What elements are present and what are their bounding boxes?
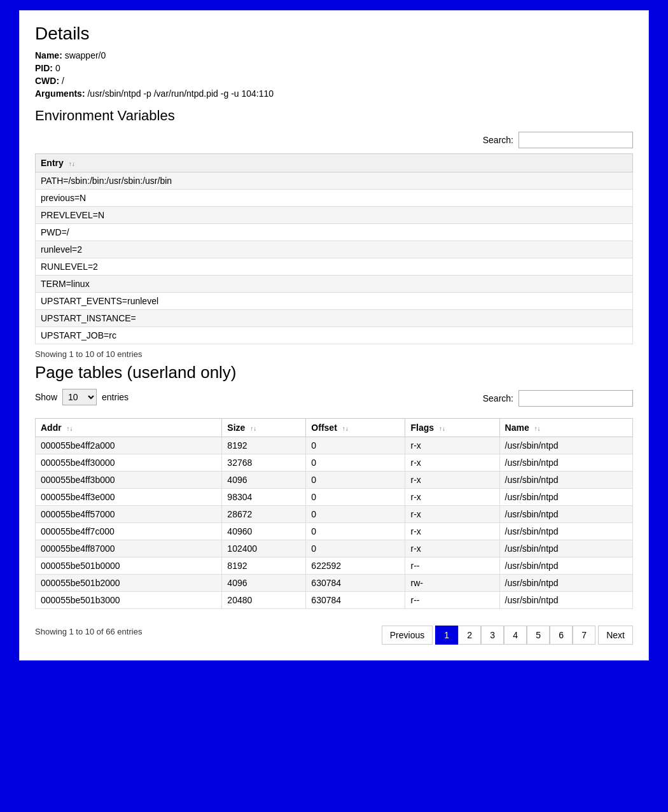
entries-label: entries xyxy=(102,392,129,402)
pt-cell-size: 8192 xyxy=(222,557,306,575)
pt-col-offset[interactable]: Offset ↑↓ xyxy=(306,419,405,437)
sort-icon-name: ↑↓ xyxy=(534,425,541,432)
pt-cell-name: /usr/sbin/ntpd xyxy=(499,489,632,506)
pt-cell-addr: 000055be4ff3e000 xyxy=(36,489,222,506)
cwd-row: CWD: / xyxy=(35,76,633,86)
pt-cell-name: /usr/sbin/ntpd xyxy=(499,523,632,540)
pt-cell-flags: r-x xyxy=(405,489,499,506)
table-row: 000055be501b00008192622592r--/usr/sbin/n… xyxy=(36,557,633,575)
pt-cell-size: 4096 xyxy=(222,472,306,489)
pt-cell-addr: 000055be4ff3b000 xyxy=(36,472,222,489)
page-button-7[interactable]: 7 xyxy=(573,626,595,645)
pt-cell-name: /usr/sbin/ntpd xyxy=(499,437,632,454)
pt-search-input[interactable] xyxy=(518,390,633,407)
env-search-bar: Search: xyxy=(35,132,633,148)
pid-label: PID: xyxy=(35,63,53,73)
pt-cell-size: 4096 xyxy=(222,575,306,592)
sort-icon-addr: ↑↓ xyxy=(67,425,73,432)
table-row: 000055be4ff57000286720r-x/usr/sbin/ntpd xyxy=(36,506,633,523)
pt-cell-offset: 0 xyxy=(306,540,405,557)
sort-icon-flags: ↑↓ xyxy=(439,425,445,432)
pt-cell-name: /usr/sbin/ntpd xyxy=(499,592,632,609)
pt-cell-addr: 000055be501b3000 xyxy=(36,592,222,609)
pt-col-addr[interactable]: Addr ↑↓ xyxy=(36,419,222,437)
pt-cell-offset: 0 xyxy=(306,506,405,523)
pt-cell-flags: r-x xyxy=(405,523,499,540)
pt-cell-offset: 0 xyxy=(306,472,405,489)
env-entry-cell: PWD=/ xyxy=(36,224,633,241)
sort-icon-size: ↑↓ xyxy=(250,425,256,432)
pt-cell-size: 98304 xyxy=(222,489,306,506)
env-entry-cell: PATH=/sbin:/bin:/usr/sbin:/usr/bin xyxy=(36,172,633,190)
pt-cell-addr: 000055be4ff2a000 xyxy=(36,437,222,454)
env-entry-cell: UPSTART_EVENTS=runlevel xyxy=(36,293,633,310)
pt-col-name[interactable]: Name ↑↓ xyxy=(499,419,632,437)
pt-showing-text: Showing 1 to 10 of 66 entries xyxy=(35,627,142,636)
arguments-label: Arguments: xyxy=(35,88,85,99)
env-entry-cell: runlevel=2 xyxy=(36,241,633,258)
name-row: Name: swapper/0 xyxy=(35,50,633,60)
sort-icon-entry: ↑↓ xyxy=(69,160,75,167)
main-container: Details Name: swapper/0 PID: 0 CWD: / Ar… xyxy=(19,10,649,661)
show-select[interactable]: 10 25 50 100 xyxy=(62,389,97,405)
pt-cell-addr: 000055be501b0000 xyxy=(36,557,222,575)
page-button-3[interactable]: 3 xyxy=(481,626,504,645)
pt-cell-addr: 000055be4ff30000 xyxy=(36,454,222,472)
pt-cell-addr: 000055be4ff87000 xyxy=(36,540,222,557)
table-row: 000055be4ff3b00040960r-x/usr/sbin/ntpd xyxy=(36,472,633,489)
name-label: Name: xyxy=(35,50,62,60)
cwd-value: / xyxy=(62,76,64,86)
env-entry-cell: previous=N xyxy=(36,190,633,207)
next-button[interactable]: Next xyxy=(598,626,633,645)
pt-cell-flags: r-x xyxy=(405,540,499,557)
pt-cell-flags: r-x xyxy=(405,454,499,472)
env-entry-cell: TERM=linux xyxy=(36,276,633,293)
env-entry-cell: UPSTART_INSTANCE= xyxy=(36,310,633,327)
env-vars-title: Environment Variables xyxy=(35,108,633,124)
table-row: 000055be501b20004096630784rw-/usr/sbin/n… xyxy=(36,575,633,592)
pid-value: 0 xyxy=(55,63,60,73)
pt-cell-offset: 0 xyxy=(306,454,405,472)
page-button-4[interactable]: 4 xyxy=(504,626,527,645)
pt-col-size[interactable]: Size ↑↓ xyxy=(222,419,306,437)
pt-cell-offset: 630784 xyxy=(306,592,405,609)
env-entry-cell: UPSTART_JOB=rc xyxy=(36,327,633,344)
env-showing-text: Showing 1 to 10 of 10 entries xyxy=(35,349,633,359)
table-row: 000055be4ff3e000983040r-x/usr/sbin/ntpd xyxy=(36,489,633,506)
prev-button[interactable]: Previous xyxy=(382,626,433,645)
details-block: Name: swapper/0 PID: 0 CWD: / Arguments:… xyxy=(35,50,633,99)
page-button-5[interactable]: 5 xyxy=(527,626,550,645)
pt-cell-offset: 0 xyxy=(306,489,405,506)
pt-cell-name: /usr/sbin/ntpd xyxy=(499,454,632,472)
page-button-1[interactable]: 1 xyxy=(435,626,458,645)
table-row: 000055be4ff2a00081920r-x/usr/sbin/ntpd xyxy=(36,437,633,454)
arguments-value: /usr/sbin/ntpd -p /var/run/ntpd.pid -g -… xyxy=(87,88,274,99)
show-label: Show xyxy=(35,392,57,402)
pt-cell-flags: r-x xyxy=(405,437,499,454)
pt-col-flags[interactable]: Flags ↑↓ xyxy=(405,419,499,437)
pt-cell-size: 32768 xyxy=(222,454,306,472)
pt-cell-flags: r-- xyxy=(405,592,499,609)
arguments-row: Arguments: /usr/sbin/ntpd -p /var/run/nt… xyxy=(35,88,633,99)
pt-cell-name: /usr/sbin/ntpd xyxy=(499,557,632,575)
page-button-6[interactable]: 6 xyxy=(550,626,573,645)
details-title: Details xyxy=(35,24,633,44)
cwd-label: CWD: xyxy=(35,76,59,86)
table-row: 000055be4ff870001024000r-x/usr/sbin/ntpd xyxy=(36,540,633,557)
page-button-2[interactable]: 2 xyxy=(458,626,481,645)
pt-cell-addr: 000055be4ff7c000 xyxy=(36,523,222,540)
page-tables-controls: Show 10 25 50 100 entries Search: xyxy=(35,389,633,413)
env-table: Entry ↑↓ PATH=/sbin:/bin:/usr/sbin:/usr/… xyxy=(35,153,633,344)
pt-search-label: Search: xyxy=(483,393,513,403)
name-value: swapper/0 xyxy=(65,50,106,60)
pt-cell-flags: r-x xyxy=(405,506,499,523)
table-row: 000055be501b300020480630784r--/usr/sbin/… xyxy=(36,592,633,609)
show-entries: Show 10 25 50 100 entries xyxy=(35,389,129,405)
pt-cell-size: 8192 xyxy=(222,437,306,454)
sort-icon-offset: ↑↓ xyxy=(342,425,349,432)
pagination: Previous 1234567 Next xyxy=(382,626,633,645)
pt-cell-name: /usr/sbin/ntpd xyxy=(499,540,632,557)
env-col-entry[interactable]: Entry ↑↓ xyxy=(36,154,633,172)
env-search-input[interactable] xyxy=(518,132,633,148)
pagination-area: Showing 1 to 10 of 66 entries Previous 1… xyxy=(35,617,633,645)
